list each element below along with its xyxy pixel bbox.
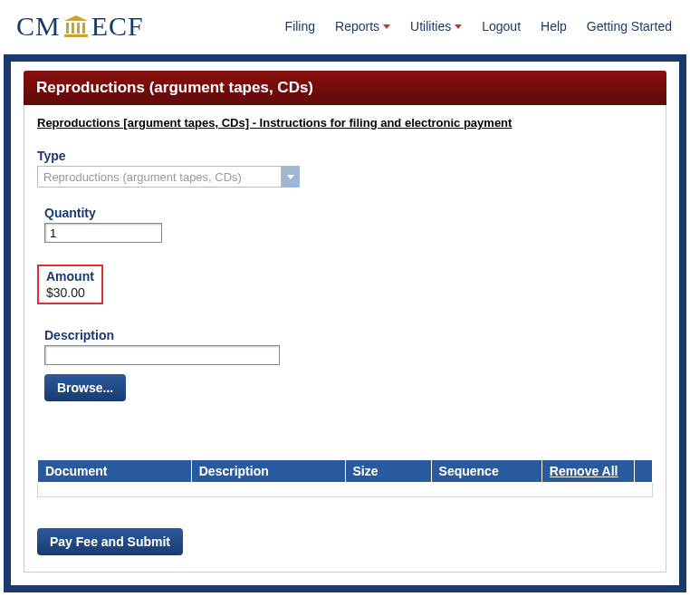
type-select[interactable]: Reproductions (argument tapes, CDs)	[37, 166, 282, 188]
nav-logout[interactable]: Logout	[482, 19, 521, 34]
col-sequence: Sequence	[431, 460, 541, 483]
description-field: Description Browse...	[44, 328, 653, 401]
panel-title: Reproductions (argument tapes, CDs)	[24, 71, 666, 105]
content-frame: Reproductions (argument tapes, CDs) Repr…	[4, 54, 686, 592]
nav-reports[interactable]: Reports	[335, 19, 390, 34]
col-description: Description	[191, 460, 345, 483]
chevron-down-icon	[455, 24, 462, 29]
type-dropdown-button[interactable]	[282, 166, 300, 188]
nav-utilities[interactable]: Utilities	[410, 19, 462, 34]
col-size: Size	[345, 460, 431, 483]
logo: CM ECF	[16, 11, 144, 42]
type-label: Type	[37, 149, 653, 163]
amount-label: Amount	[46, 269, 94, 284]
document-table: Document Description Size Sequence Remov…	[37, 459, 653, 497]
amount-value: $30.00	[46, 285, 94, 300]
description-input[interactable]	[44, 345, 280, 365]
instructions-link[interactable]: Reproductions [argument tapes, CDs] - In…	[37, 116, 512, 130]
col-spacer	[634, 460, 652, 483]
quantity-label: Quantity	[44, 206, 653, 220]
pay-submit-button[interactable]: Pay Fee and Submit	[37, 528, 183, 555]
description-label: Description	[44, 328, 653, 342]
table-row	[38, 483, 653, 497]
top-bar: CM ECF Filing Reports Utilities Logout H…	[0, 0, 690, 53]
chevron-down-icon	[287, 175, 294, 179]
svg-marker-0	[64, 15, 88, 21]
nav-getting-started[interactable]: Getting Started	[587, 19, 672, 34]
svg-rect-5	[64, 34, 88, 37]
col-remove-all[interactable]: Remove All	[541, 460, 634, 483]
main-nav: Filing Reports Utilities Logout Help Get…	[285, 19, 672, 34]
svg-rect-1	[66, 23, 69, 34]
browse-button[interactable]: Browse...	[44, 374, 126, 401]
nav-filing[interactable]: Filing	[285, 19, 315, 34]
quantity-field: Quantity	[44, 206, 653, 243]
logo-ecf: ECF	[91, 11, 144, 42]
col-document: Document	[38, 460, 192, 483]
svg-rect-3	[77, 23, 80, 34]
chevron-down-icon	[383, 24, 390, 29]
svg-rect-4	[82, 23, 85, 34]
pillar-icon	[62, 15, 90, 37]
panel: Reproductions (argument tapes, CDs) Repr…	[24, 71, 666, 573]
logo-cm: CM	[16, 11, 61, 42]
quantity-input[interactable]	[44, 223, 162, 243]
svg-rect-2	[72, 23, 74, 34]
nav-help[interactable]: Help	[541, 19, 567, 34]
panel-body: Reproductions [argument tapes, CDs] - In…	[24, 105, 666, 573]
type-field: Type Reproductions (argument tapes, CDs)	[37, 149, 653, 188]
amount-box: Amount $30.00	[37, 265, 103, 304]
